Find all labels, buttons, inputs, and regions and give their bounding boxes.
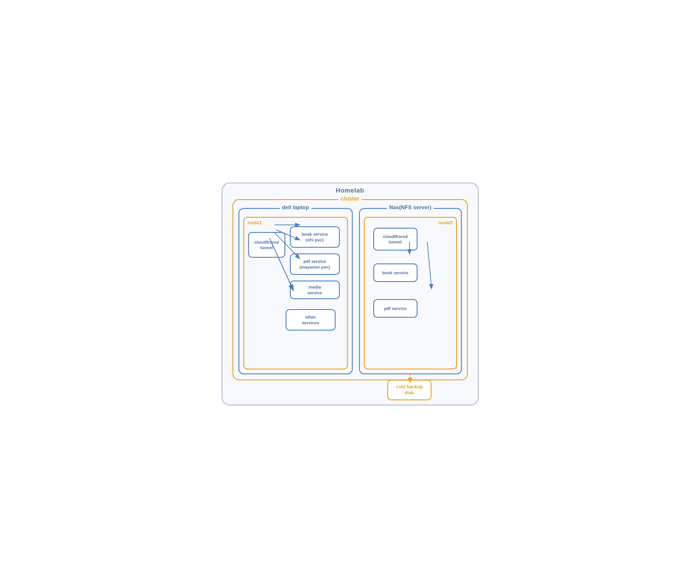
diagram: Homelab cluster dell laptop node1 cloudf… — [222, 182, 479, 406]
book-service-nas-label: book service — [382, 270, 408, 276]
book-service-nfs-box: book service(nfs pvc) — [290, 226, 340, 248]
node1-box: node1 cloudflraredtunnel book service(nf… — [243, 217, 348, 370]
homelab-label: Homelab — [336, 187, 364, 194]
pdf-service-mayastor-box: pdf service(mayastor pvc) — [290, 253, 340, 275]
pdf-service-nas-label: pdf service — [384, 306, 406, 312]
cold-backup-label: cold backupdisk — [396, 384, 422, 396]
other-services-label: otherservices — [302, 314, 319, 326]
dell-laptop-label: dell laptop — [280, 204, 311, 210]
homelab-box: Homelab cluster dell laptop node1 cloudf… — [222, 182, 479, 406]
nas-box: Nas(NFS server) node2 cloudflraredtunnel… — [359, 208, 462, 374]
node1-label: node1 — [248, 220, 262, 226]
cloudflaretunnel-nas-label: cloudflraredtunnel — [383, 234, 408, 245]
media-service-label: mediaservice — [307, 284, 322, 296]
nas-label: Nas(NFS server) — [387, 204, 434, 210]
cluster-box: cluster dell laptop node1 cloudflraredtu… — [232, 199, 468, 380]
book-service-nas-box: book service — [373, 263, 418, 282]
node2-box: node2 cloudflraredtunnel book service pd… — [364, 217, 457, 370]
node2-label: node2 — [438, 220, 452, 226]
other-services-box: otherservices — [286, 309, 336, 331]
cloudflaretunnel-dell-label: cloudflraredtunnel — [254, 239, 279, 250]
cloudflaretunnel-nas-box: cloudflraredtunnel — [373, 228, 418, 250]
pdf-service-nas-box: pdf service — [373, 299, 418, 318]
cold-backup-box: cold backupdisk — [387, 380, 432, 400]
book-service-nfs-label: book service(nfs pvc) — [302, 231, 328, 242]
cluster-label: cluster — [338, 195, 362, 202]
cloudflaretunnel-dell-box: cloudflraredtunnel — [248, 232, 285, 258]
media-service-box: mediaservice — [290, 280, 340, 299]
pdf-service-mayastor-label: pdf service(mayastor pvc) — [300, 258, 330, 270]
dell-laptop-box: dell laptop node1 cloudflraredtunnel boo… — [238, 208, 353, 374]
